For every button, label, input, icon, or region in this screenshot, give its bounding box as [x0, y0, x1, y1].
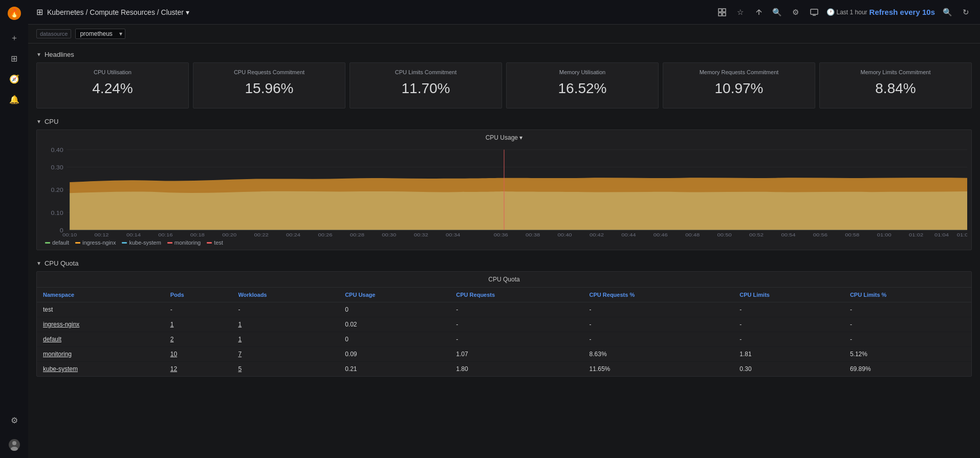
topbar: ⊞ Kubernetes / Compute Resources / Clust… — [28, 0, 980, 25]
headlines-section-header[interactable]: ▼ Headlines — [36, 48, 972, 62]
col-pods: Pods — [164, 288, 232, 302]
table-cell-workloads[interactable]: 1 — [232, 317, 339, 332]
cpu-section-header[interactable]: ▼ CPU — [36, 115, 972, 129]
cpu-usage-chart-title[interactable]: CPU Usage ▾ — [37, 134, 971, 141]
table-cell-pods[interactable]: 10 — [164, 347, 232, 362]
table-cell: 1.07 — [450, 347, 583, 362]
svg-text:00:28: 00:28 — [350, 232, 364, 236]
table-cell-pods[interactable]: 2 — [164, 332, 232, 347]
cpu-quota-section-header[interactable]: ▼ CPU Quota — [36, 256, 972, 271]
star-icon[interactable]: ☆ — [734, 6, 747, 18]
table-cell-workloads[interactable]: 7 — [232, 347, 339, 362]
sidebar-settings-icon[interactable]: ⚙ — [5, 411, 24, 429]
datasource-select[interactable]: prometheus — [75, 29, 125, 39]
table-cell-namespace[interactable]: default — [37, 332, 164, 347]
table-cell: - — [583, 332, 734, 347]
table-row: test - - 0 - - - - — [37, 302, 971, 317]
datasource-label: datasource — [36, 29, 71, 38]
cpu-title: CPU — [45, 118, 58, 125]
legend-dot-test — [207, 242, 212, 244]
table-cell: - — [583, 317, 734, 332]
stat-title-cpu-util: CPU Utilisation — [45, 69, 180, 75]
cpu-usage-chart-area: 0.40 0.30 0.20 0.10 0 00:10 00:12 — [37, 144, 971, 236]
time-range-label: Last 1 hour — [837, 9, 867, 16]
stat-title-cpu-lim: CPU Limits Commitment — [358, 69, 493, 75]
stat-value-mem-req: 10.97% — [671, 80, 807, 97]
table-cell-cpu-usage: 0 — [339, 302, 450, 317]
table-cell-cpu-usage: 0.09 — [339, 347, 450, 362]
table-cell: - — [844, 302, 971, 317]
topbar-actions: ☆ 🔍 ⚙ 🕐 Last 1 hour Refresh every 10s 🔍 … — [716, 6, 972, 18]
search-icon[interactable]: 🔍 — [771, 6, 783, 18]
table-cell: 0.30 — [733, 362, 844, 377]
cpu-quota-table-title: CPU Quota — [37, 272, 971, 288]
settings-icon[interactable]: ⚙ — [790, 6, 802, 18]
table-cell-workloads: - — [232, 302, 339, 317]
share-icon[interactable] — [753, 6, 765, 18]
stat-title-mem-util: Memory Utilisation — [515, 69, 650, 75]
legend-dot-monitoring — [167, 242, 172, 244]
cpu-usage-chart-panel: CPU Usage ▾ 0.40 0.30 0.20 0.10 0 — [36, 129, 972, 250]
table-cell: - — [450, 332, 583, 347]
svg-rect-7 — [718, 13, 722, 16]
table-cell-namespace[interactable]: kube-system — [37, 362, 164, 377]
table-row: ingress-nginx 1 1 0.02 - - - - — [37, 317, 971, 332]
stat-card-mem-lim: Memory Limits Commitment 8.84% — [819, 62, 972, 108]
cpu-quota-chevron: ▼ — [36, 260, 41, 266]
dashboard-icon[interactable] — [716, 6, 728, 18]
table-cell: - — [844, 332, 971, 347]
refresh-icon[interactable]: ↻ — [960, 6, 972, 18]
table-cell-workloads[interactable]: 1 — [232, 332, 339, 347]
table-row: monitoring 10 7 0.09 1.07 8.63% 1.81 5.1… — [37, 347, 971, 362]
breadcrumb: ⊞ Kubernetes / Compute Resources / Clust… — [36, 7, 189, 17]
sidebar-alert-icon[interactable]: 🔔 — [5, 90, 24, 108]
svg-text:00:40: 00:40 — [558, 232, 572, 236]
svg-text:00:54: 00:54 — [781, 232, 795, 236]
legend-ingress-nginx: ingress-nginx — [75, 239, 116, 246]
datasource-select-wrap[interactable]: prometheus — [75, 29, 125, 39]
stat-title-mem-lim: Memory Limits Commitment — [828, 69, 963, 75]
cpu-usage-svg: 0.40 0.30 0.20 0.10 0 00:10 00:12 — [41, 144, 967, 236]
table-cell-namespace[interactable]: ingress-nginx — [37, 317, 164, 332]
svg-text:00:58: 00:58 — [845, 232, 859, 236]
svg-text:00:44: 00:44 — [621, 232, 636, 236]
sidebar: 🔥 ＋ ⊞ 🧭 🔔 ⚙ — [0, 0, 28, 458]
tv-icon[interactable] — [808, 6, 820, 18]
main-area: ⊞ Kubernetes / Compute Resources / Clust… — [28, 0, 980, 458]
legend-test: test — [207, 239, 223, 246]
stat-card-cpu-lim: CPU Limits Commitment 11.70% — [350, 62, 502, 108]
app-logo[interactable]: 🔥 — [5, 4, 24, 23]
table-cell: - — [733, 317, 844, 332]
table-cell: 11.65% — [583, 362, 734, 377]
table-cell-cpu-usage: 0.02 — [339, 317, 450, 332]
headlines-grid: CPU Utilisation 4.24% CPU Requests Commi… — [36, 62, 972, 108]
col-cpu-limits-pct: CPU Limits % — [844, 288, 971, 302]
svg-text:00:10: 00:10 — [62, 232, 77, 236]
col-workloads: Workloads — [232, 288, 339, 302]
cpu-chart-legend: default ingress-nginx kube-system monito… — [37, 236, 971, 250]
table-cell-pods[interactable]: 12 — [164, 362, 232, 377]
svg-rect-9 — [811, 9, 818, 14]
legend-dot-ingress-nginx — [75, 242, 80, 244]
stat-card-cpu-util: CPU Utilisation 4.24% — [36, 62, 189, 108]
table-cell-cpu-usage: 0 — [339, 332, 450, 347]
content-area: ▼ Headlines CPU Utilisation 4.24% CPU Re… — [28, 43, 980, 458]
svg-text:00:26: 00:26 — [318, 232, 332, 236]
legend-dot-default — [45, 242, 50, 244]
table-cell-namespace[interactable]: monitoring — [37, 347, 164, 362]
table-cell-pods[interactable]: 1 — [164, 317, 232, 332]
zoom-icon[interactable]: 🔍 — [941, 6, 953, 18]
sidebar-user-icon[interactable] — [5, 435, 24, 454]
stat-value-cpu-lim: 11.70% — [358, 80, 493, 97]
legend-kube-system: kube-system — [122, 239, 161, 246]
sidebar-add-icon[interactable]: ＋ — [5, 29, 24, 47]
clock-icon[interactable]: 🕐 Last 1 hour Refresh every 10s — [826, 6, 935, 18]
sidebar-explore-icon[interactable]: 🧭 — [5, 70, 24, 88]
svg-text:00:12: 00:12 — [95, 232, 109, 236]
sidebar-dashboard-icon[interactable]: ⊞ — [5, 49, 24, 68]
svg-text:01:02: 01:02 — [909, 232, 923, 236]
svg-text:00:38: 00:38 — [526, 232, 540, 236]
variable-bar: datasource prometheus — [28, 25, 980, 43]
table-cell: 8.63% — [583, 347, 734, 362]
table-cell-workloads[interactable]: 5 — [232, 362, 339, 377]
